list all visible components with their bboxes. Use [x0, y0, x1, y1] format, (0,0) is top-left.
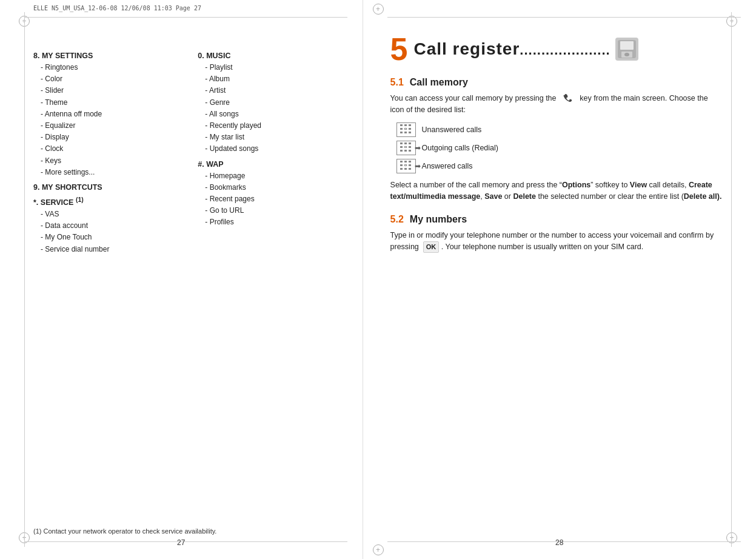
- ok-badge: OK: [423, 241, 440, 253]
- answered-label: Answered calls: [422, 162, 473, 170]
- bottom-border-right: [387, 541, 741, 542]
- right-page: 5 Call register..................... 5.1…: [363, 0, 756, 559]
- page-container: ELLE N5_UM_USA_12-06-08 12/06/08 11:03 P…: [0, 0, 756, 559]
- item-data-account: Data account: [33, 220, 179, 232]
- my-numbers-text: Type in or modify your telephone number …: [390, 230, 723, 253]
- left-column: 8. MY SETTINGS Ringtones Color Slider Th…: [33, 52, 179, 260]
- item-more-settings: More settings...: [33, 167, 179, 178]
- item-go-to-url: Go to URL: [198, 205, 344, 216]
- left-page: ELLE N5_UM_USA_12-06-08 12/06/08 11:03 P…: [0, 0, 363, 559]
- item-genre: Genre: [198, 97, 344, 109]
- item-my-star-list: My star list: [198, 132, 344, 143]
- print-header: ELLE N5_UM_USA_12-06-08 12/06/08 11:03 P…: [0, 5, 363, 12]
- call-type-outgoing: ➡ Outgoing calls (Redial): [396, 141, 723, 155]
- item-recently-played: Recently played: [198, 120, 344, 132]
- heading-service: *. SERVICE (1): [33, 196, 179, 207]
- top-border-left: [24, 17, 347, 18]
- item-all-songs: All songs: [198, 109, 344, 120]
- section-music: 0. MUSIC Playlist Album Artist Genre All…: [198, 52, 344, 155]
- chapter-header: 5 Call register.....................: [390, 33, 723, 65]
- section-my-settings: 8. MY SETTINGS Ringtones Color Slider Th…: [33, 52, 179, 178]
- item-my-one-touch: My One Touch: [33, 232, 179, 243]
- right-column: 0. MUSIC Playlist Album Artist Genre All…: [198, 52, 344, 260]
- section-5-1-num: 5.1: [390, 77, 404, 88]
- item-equalizer: Equalizer: [33, 120, 179, 132]
- section-5-2-header: 5.2 My numbers: [390, 214, 723, 225]
- heading-my-shortcuts: 9. MY SHORTCUTS: [33, 183, 179, 192]
- heading-music: 0. MUSIC: [198, 52, 344, 60]
- svg-rect-2: [620, 41, 634, 50]
- item-playlist: Playlist: [198, 62, 344, 73]
- item-service-dial: Service dial number: [33, 244, 179, 255]
- chapter-title: Call register.....................: [413, 39, 610, 59]
- section-service: *. SERVICE (1) VAS Data account My One T…: [33, 196, 179, 255]
- section-my-shortcuts: 9. MY SHORTCUTS: [33, 183, 179, 192]
- item-display: Display: [33, 132, 179, 143]
- item-album: Album: [198, 73, 344, 85]
- top-border-right: [387, 17, 741, 18]
- page-num-right: 28: [555, 538, 563, 547]
- item-keys: Keys: [33, 155, 179, 167]
- outgoing-label: Outgoing calls (Redial): [422, 144, 498, 152]
- item-homepage: Homepage: [198, 170, 344, 182]
- item-updated-songs: Updated songs: [198, 143, 344, 155]
- section-5-2-num: 5.2: [390, 214, 404, 225]
- item-slider: Slider: [33, 85, 179, 96]
- options-text: Select a number of the call memory and p…: [390, 179, 723, 203]
- outgoing-icon: ➡: [396, 141, 416, 155]
- svg-point-4: [624, 53, 629, 56]
- call-type-answered: ➡ Answered calls: [396, 159, 723, 173]
- item-color: Color: [33, 73, 179, 85]
- unanswered-label: Unanswered calls: [422, 126, 482, 134]
- call-memory-intro: You can access your call memory by press…: [390, 93, 723, 116]
- unanswered-icon: [396, 122, 416, 137]
- item-bookmarks: Bookmarks: [198, 182, 344, 193]
- phone-icon: [614, 36, 640, 62]
- bottom-border-left: [24, 541, 347, 542]
- call-types-list: Unanswered calls ➡ Outgoing calls (Redia…: [396, 122, 723, 173]
- item-vas: VAS: [33, 209, 179, 220]
- footnote: (1) Contact your network operator to che…: [33, 527, 216, 535]
- section-5-2-title: My numbers: [410, 214, 467, 225]
- chapter-number: 5: [390, 33, 408, 65]
- heading-my-settings: 8. MY SETTINGS: [33, 52, 179, 60]
- item-recent-pages: Recent pages: [198, 193, 344, 205]
- heading-wap: #. WAP: [198, 160, 344, 169]
- item-theme: Theme: [33, 97, 179, 109]
- item-ringtones: Ringtones: [33, 62, 179, 73]
- phone-key-icon: [563, 94, 574, 104]
- call-type-unanswered: Unanswered calls: [396, 122, 723, 137]
- answered-icon: ➡: [396, 159, 416, 173]
- section-5-1-title: Call memory: [410, 77, 468, 88]
- item-profiles: Profiles: [198, 216, 344, 228]
- section-wap: #. WAP Homepage Bookmarks Recent pages G…: [198, 160, 344, 229]
- item-clock: Clock: [33, 143, 179, 155]
- item-artist: Artist: [198, 85, 344, 96]
- item-antenna-off: Antenna off mode: [33, 109, 179, 120]
- section-5-1-header: 5.1 Call memory: [390, 77, 723, 88]
- page-num-left: 27: [177, 538, 185, 547]
